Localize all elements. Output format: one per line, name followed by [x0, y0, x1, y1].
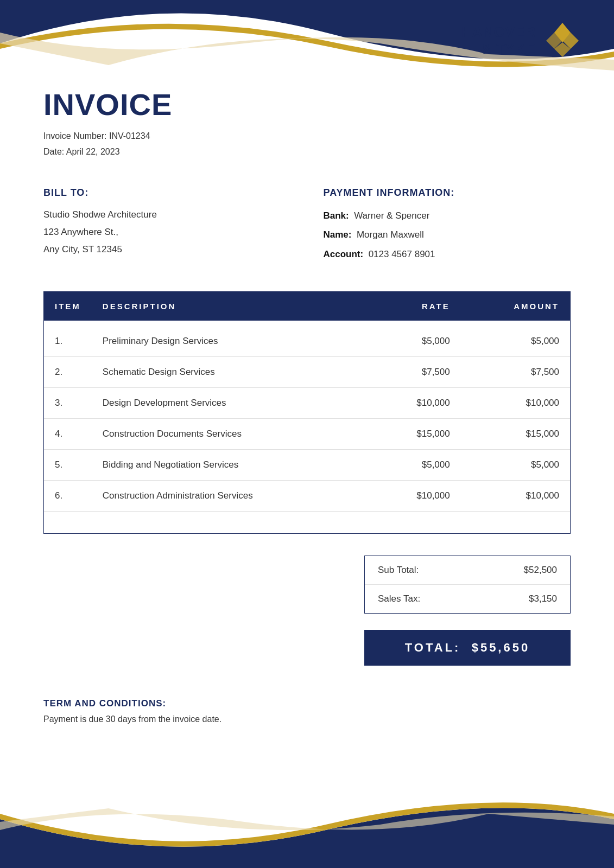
company-logo: HANOVER & TYKE [461, 22, 581, 60]
row-description: Construction Administration Services [92, 480, 371, 511]
bill-to-company: Studio Shodwe Architecture [43, 206, 291, 224]
header-rate: RATE [371, 292, 461, 321]
bill-to-section: BILL TO: Studio Shodwe Architecture 123 … [43, 187, 291, 264]
row-rate: $7,500 [371, 356, 461, 387]
bill-to-address1: 123 Anywhere St., [43, 224, 291, 241]
row-amount: $5,000 [461, 321, 570, 357]
payment-account: Account: 0123 4567 8901 [324, 245, 571, 264]
row-num: 3. [44, 387, 92, 418]
invoice-title: INVOICE [43, 87, 571, 122]
row-num: 1. [44, 321, 92, 357]
invoice-date-value: April 22, 2023 [66, 147, 120, 156]
invoice-table: ITEM DESCRIPTION RATE AMOUNT 1. Prelimin… [44, 292, 570, 512]
total-final-label: TOTAL: $55,650 [405, 641, 530, 654]
row-num: 4. [44, 418, 92, 449]
billing-section: BILL TO: Studio Shodwe Architecture 123 … [43, 187, 571, 264]
invoice-number-label: Invoice Number: [43, 131, 107, 141]
payment-name: Name: Morgan Maxwell [324, 225, 571, 245]
total-final-box: TOTAL: $55,650 [364, 630, 571, 666]
row-description: Schematic Design Services [92, 356, 371, 387]
table-row: 6. Construction Administration Services … [44, 480, 570, 511]
row-num: 6. [44, 480, 92, 511]
payment-bank: Bank: Warner & Spencer [324, 206, 571, 226]
invoice-table-wrapper: ITEM DESCRIPTION RATE AMOUNT 1. Prelimin… [43, 291, 571, 534]
table-row: 3. Design Development Services $10,000 $… [44, 387, 570, 418]
subtotal-label: Sub Total: [378, 565, 419, 576]
totals-section: Sub Total: $52,500 Sales Tax: $3,150 [43, 556, 571, 614]
invoice-number-value: INV-01234 [109, 131, 150, 141]
row-amount: $7,500 [461, 356, 570, 387]
row-rate: $10,000 [371, 387, 461, 418]
payment-info-section: PAYMENT INFORMATION: Bank: Warner & Spen… [324, 187, 571, 264]
row-amount: $15,000 [461, 418, 570, 449]
tax-label: Sales Tax: [378, 593, 420, 604]
row-amount: $10,000 [461, 480, 570, 511]
header-amount: AMOUNT [461, 292, 570, 321]
row-description: Construction Documents Services [92, 418, 371, 449]
table-row: 4. Construction Documents Services $15,0… [44, 418, 570, 449]
totals-box: Sub Total: $52,500 Sales Tax: $3,150 [364, 556, 571, 614]
table-row: 5. Bidding and Negotiation Services $5,0… [44, 449, 570, 480]
company-name: HANOVER & TYKE [461, 24, 536, 58]
terms-section: TERM AND CONDITIONS: Payment is due 30 d… [43, 698, 571, 724]
terms-text: Payment is due 30 days from the invoice … [43, 714, 571, 724]
row-amount: $10,000 [461, 387, 570, 418]
row-rate: $15,000 [371, 418, 461, 449]
company-logo-icon [543, 22, 581, 60]
row-description: Preliminary Design Services [92, 321, 371, 357]
payment-info-label: PAYMENT INFORMATION: [324, 187, 571, 199]
total-bar: TOTAL: $55,650 [43, 630, 571, 666]
table-header-row: ITEM DESCRIPTION RATE AMOUNT [44, 292, 570, 321]
header-item: ITEM [44, 292, 92, 321]
row-rate: $5,000 [371, 449, 461, 480]
subtotal-value: $52,500 [524, 565, 557, 576]
terms-title: TERM AND CONDITIONS: [43, 698, 571, 709]
tax-value: $3,150 [529, 593, 557, 604]
row-rate: $5,000 [371, 321, 461, 357]
table-row: 2. Schematic Design Services $7,500 $7,5… [44, 356, 570, 387]
invoice-date-label: Date: [43, 147, 64, 156]
row-amount: $5,000 [461, 449, 570, 480]
row-description: Design Development Services [92, 387, 371, 418]
row-rate: $10,000 [371, 480, 461, 511]
bill-to-label: BILL TO: [43, 187, 291, 199]
invoice-meta: Invoice Number: INV-01234 Date: April 22… [43, 129, 571, 160]
row-description: Bidding and Negotiation Services [92, 449, 371, 480]
row-num: 5. [44, 449, 92, 480]
bill-to-address2: Any City, ST 12345 [43, 241, 291, 258]
subtotal-row: Sub Total: $52,500 [365, 556, 570, 585]
tax-row: Sales Tax: $3,150 [365, 585, 570, 613]
row-num: 2. [44, 356, 92, 387]
header-description: DESCRIPTION [92, 292, 371, 321]
table-row: 1. Preliminary Design Services $5,000 $5… [44, 321, 570, 357]
